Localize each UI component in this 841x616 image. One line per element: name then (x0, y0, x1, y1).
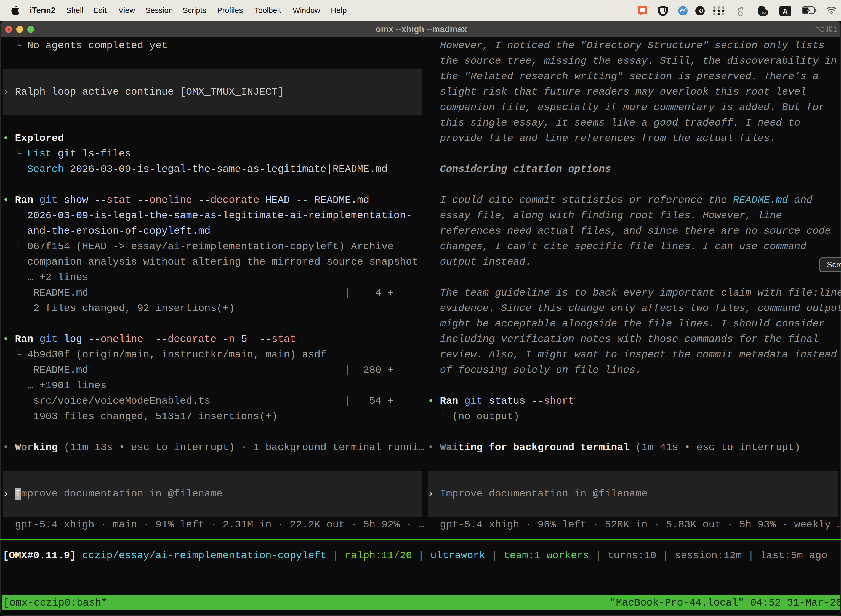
svg-text:A: A (783, 7, 788, 15)
svg-text:..61: ..61 (760, 10, 767, 15)
